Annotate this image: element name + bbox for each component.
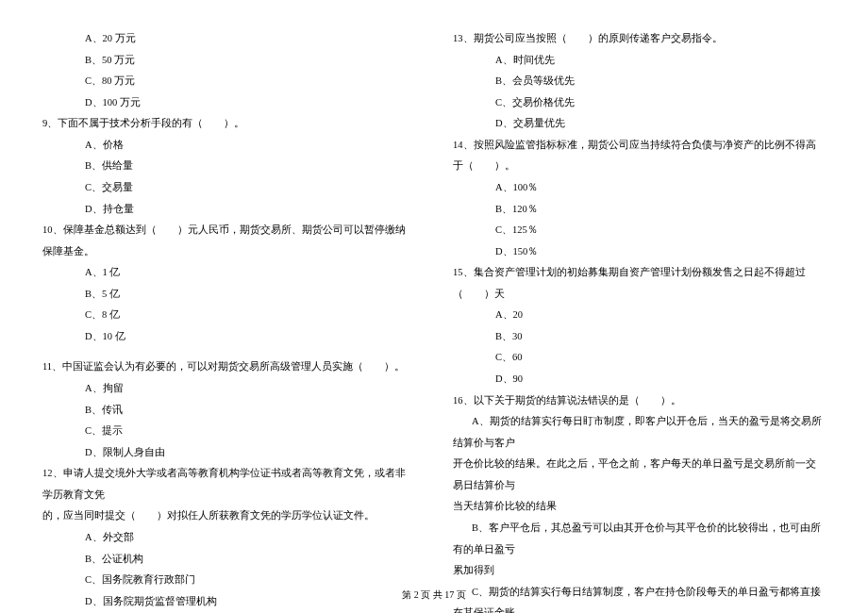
q10-option-d: D、10 亿 xyxy=(42,326,415,348)
q13-option-b: B、会员等级优先 xyxy=(453,71,826,92)
q9-option-c: C、交易量 xyxy=(42,177,415,199)
q11-stem: 11、中国证监会认为有必要的，可以对期货交易所高级管理人员实施（ ）。 xyxy=(42,356,415,378)
q13-option-d: D、交易量优先 xyxy=(453,113,826,135)
page-footer: 第 2 页 共 17 页 xyxy=(0,588,868,602)
q11-option-c: C、提示 xyxy=(42,421,415,442)
q15-option-b: B、30 xyxy=(453,326,826,348)
q8-option-b: B、50 万元 xyxy=(42,50,415,72)
q15-option-c: C、60 xyxy=(453,347,826,369)
q9-option-b: B、供给量 xyxy=(42,156,415,177)
q12-stem-line1: 12、申请人提交境外大学或者高等教育机构学位证书或者高等教育文凭，或者非学历教育… xyxy=(42,463,415,505)
q13-option-c: C、交易价格优先 xyxy=(453,92,826,114)
q11-option-a: A、拘留 xyxy=(42,378,415,400)
q9-option-d: D、持仓量 xyxy=(42,199,415,221)
q9-option-a: A、价格 xyxy=(42,135,415,157)
q12-stem-line2: 的，应当同时提交（ ）对拟任人所获教育文凭的学历学位认证文件。 xyxy=(42,505,415,527)
q10-option-b: B、5 亿 xyxy=(42,284,415,306)
q13-option-a: A、时间优先 xyxy=(453,50,826,72)
q14-stem: 14、按照风险监管指标标准，期货公司应当持续符合负债与净资产的比例不得高于（ ）… xyxy=(453,135,826,177)
q10-stem: 10、保障基金总额达到（ ）元人民币，期货交易所、期货公司可以暂停缴纳保障基金。 xyxy=(42,220,415,262)
q15-stem: 15、集合资产管理计划的初始募集期自资产管理计划份额发售之日起不得超过（ ）天 xyxy=(453,262,826,305)
q8-option-a: A、20 万元 xyxy=(42,28,415,50)
q12-option-a: A、外交部 xyxy=(42,527,415,549)
q12-option-b: B、公证机构 xyxy=(42,549,415,571)
q9-stem: 9、下面不属于技术分析手段的有（ ）。 xyxy=(42,113,415,135)
q16-option-b-line2: 累加得到 xyxy=(453,560,826,582)
q13-stem: 13、期货公司应当按照（ ）的原则传递客户交易指令。 xyxy=(453,28,826,50)
q14-option-d: D、150％ xyxy=(453,241,826,263)
q11-option-b: B、传讯 xyxy=(42,400,415,422)
q16-option-b-line1: B、客户平仓后，其总盈亏可以由其开仓价与其平仓价的比较得出，也可由所有的单日盈亏 xyxy=(453,518,826,560)
q10-option-a: A、1 亿 xyxy=(42,262,415,284)
q10-option-c: C、8 亿 xyxy=(42,305,415,326)
q14-option-b: B、120％ xyxy=(453,199,826,221)
q16-option-a-line2: 开仓价比较的结果。在此之后，平仓之前，客户每天的单日盈亏是交易所前一交易日结算价… xyxy=(453,454,826,496)
q15-option-d: D、90 xyxy=(453,369,826,390)
q14-option-c: C、125％ xyxy=(453,220,826,241)
q8-option-d: D、100 万元 xyxy=(42,92,415,114)
q11-option-d: D、限制人身自由 xyxy=(42,442,415,464)
q16-stem: 16、以下关于期货的结算说法错误的是（ ）。 xyxy=(453,390,826,412)
q14-option-a: A、100％ xyxy=(453,177,826,199)
q16-option-a-line3: 当天结算价比较的结果 xyxy=(453,496,826,518)
q15-option-a: A、20 xyxy=(453,305,826,326)
q8-option-c: C、80 万元 xyxy=(42,71,415,92)
q16-option-a-line1: A、期货的结算实行每日盯市制度，即客户以开仓后，当天的盈亏是将交易所结算价与客户 xyxy=(453,411,826,454)
